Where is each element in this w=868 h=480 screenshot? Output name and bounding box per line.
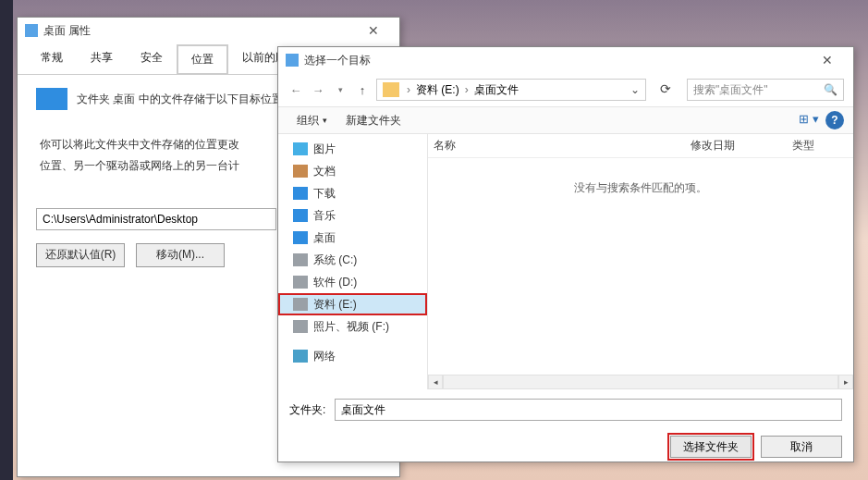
column-name[interactable]: 名称 bbox=[434, 138, 691, 154]
tree-drive-e[interactable]: 资料 (E:) bbox=[278, 293, 427, 315]
chevron-down-icon[interactable]: ▾ bbox=[332, 85, 348, 94]
breadcrumb-segment[interactable]: 资料 (E:) bbox=[414, 82, 461, 98]
drive-icon bbox=[293, 298, 308, 311]
tree-drive-f[interactable]: 照片、视频 (F:) bbox=[278, 315, 427, 338]
folder-tree: 图片 文档 下载 音乐 桌面 系统 (C:) 软件 (D:) 资料 (E:) 照… bbox=[278, 134, 428, 389]
organize-menu[interactable]: 组织▾ bbox=[287, 113, 336, 129]
intro-text: 文件夹 桌面 中的文件存储于以下目标位置 bbox=[77, 92, 283, 107]
tab-share[interactable]: 共享 bbox=[77, 43, 127, 74]
drive-icon bbox=[293, 276, 308, 289]
chevron-down-icon: ▾ bbox=[323, 116, 327, 125]
desktop-icon bbox=[293, 231, 308, 244]
picker-toolbar: 组织▾ 新建文件夹 ⊞ ▾ ? bbox=[278, 106, 853, 134]
breadcrumb-segment[interactable]: 桌面文件 bbox=[472, 82, 520, 98]
folder-label: 文件夹: bbox=[289, 402, 325, 418]
documents-icon bbox=[293, 165, 308, 178]
empty-message: 没有与搜索条件匹配的项。 bbox=[428, 180, 853, 196]
path-input[interactable] bbox=[36, 208, 276, 230]
scroll-left-icon[interactable]: ◂ bbox=[428, 375, 443, 389]
chevron-right-icon: › bbox=[403, 83, 414, 96]
nav-back-icon[interactable]: ← bbox=[287, 83, 304, 97]
cancel-button[interactable]: 取消 bbox=[761, 436, 842, 458]
tree-pictures[interactable]: 图片 bbox=[278, 138, 427, 160]
drive-icon bbox=[293, 253, 308, 266]
scroll-right-icon[interactable]: ▸ bbox=[838, 375, 853, 389]
nav-up-icon[interactable]: ↑ bbox=[354, 83, 371, 97]
props-title: 桌面 属性 bbox=[43, 23, 91, 39]
folder-picker-dialog: 选择一个目标 ✕ ← → ▾ ↑ › 资料 (E:) › 桌面文件 ⌄ ⟳ 搜索… bbox=[277, 46, 854, 462]
tree-music[interactable]: 音乐 bbox=[278, 204, 427, 227]
search-input[interactable]: 搜索"桌面文件" 🔍 bbox=[687, 79, 844, 101]
tab-location[interactable]: 位置 bbox=[177, 44, 228, 75]
folder-name-input[interactable] bbox=[335, 399, 842, 421]
search-icon: 🔍 bbox=[824, 83, 837, 96]
select-folder-button[interactable]: 选择文件夹 bbox=[670, 436, 752, 458]
tree-drive-c[interactable]: 系统 (C:) bbox=[278, 249, 427, 271]
network-icon bbox=[293, 350, 308, 363]
tab-security[interactable]: 安全 bbox=[127, 43, 177, 74]
tab-general[interactable]: 常规 bbox=[27, 43, 77, 74]
close-icon[interactable]: ✕ bbox=[355, 23, 392, 38]
tree-desktop[interactable]: 桌面 bbox=[278, 227, 427, 249]
move-button[interactable]: 移动(M)... bbox=[136, 243, 225, 267]
new-folder-button[interactable]: 新建文件夹 bbox=[336, 113, 410, 129]
breadcrumb[interactable]: › 资料 (E:) › 桌面文件 ⌄ bbox=[376, 79, 646, 101]
chevron-down-icon[interactable]: ⌄ bbox=[627, 83, 643, 96]
help-icon[interactable]: ? bbox=[825, 111, 844, 129]
close-icon[interactable]: ✕ bbox=[809, 53, 846, 68]
folder-icon bbox=[25, 24, 38, 37]
desktop-folder-icon bbox=[36, 88, 67, 110]
horizontal-scrollbar[interactable]: ◂ ▸ bbox=[428, 375, 853, 389]
music-icon bbox=[293, 209, 308, 222]
folder-icon bbox=[286, 54, 299, 67]
file-list: 名称 修改日期 类型 没有与搜索条件匹配的项。 ◂ ▸ bbox=[428, 134, 853, 389]
pictures-icon bbox=[293, 142, 308, 155]
folder-icon bbox=[383, 82, 399, 97]
column-type[interactable]: 类型 bbox=[792, 138, 848, 154]
tree-drive-d[interactable]: 软件 (D:) bbox=[278, 271, 427, 293]
search-placeholder: 搜索"桌面文件" bbox=[693, 82, 768, 98]
view-mode-button[interactable]: ⊞ ▾ bbox=[796, 112, 822, 129]
chevron-right-icon: › bbox=[461, 83, 472, 96]
props-titlebar[interactable]: 桌面 属性 ✕ bbox=[18, 18, 399, 43]
restore-default-button[interactable]: 还原默认值(R) bbox=[36, 243, 125, 267]
nav-forward-icon[interactable]: → bbox=[310, 83, 326, 97]
refresh-icon[interactable]: ⟳ bbox=[657, 81, 674, 98]
tree-documents[interactable]: 文档 bbox=[278, 160, 427, 182]
tree-downloads[interactable]: 下载 bbox=[278, 182, 427, 204]
column-modified[interactable]: 修改日期 bbox=[691, 138, 792, 154]
tree-network[interactable]: 网络 bbox=[278, 345, 427, 367]
downloads-icon bbox=[293, 187, 308, 200]
drive-icon bbox=[293, 320, 308, 333]
picker-titlebar[interactable]: 选择一个目标 ✕ bbox=[278, 47, 853, 73]
picker-title: 选择一个目标 bbox=[304, 53, 371, 68]
